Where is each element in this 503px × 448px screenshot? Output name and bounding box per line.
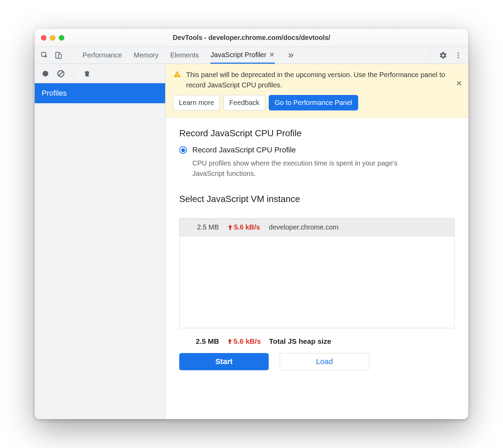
svg-line-8 [59, 72, 63, 76]
tab-bar: Performance Memory Elements JavaScript P… [35, 47, 468, 64]
tab-memory[interactable]: Memory [134, 47, 159, 64]
radio-icon [179, 146, 187, 154]
tab-elements[interactable]: Elements [170, 47, 199, 64]
sidebar: Profiles [35, 64, 165, 419]
separator [70, 51, 70, 60]
tab-label: JavaScript Profiler [211, 51, 266, 59]
up-arrow-icon [227, 339, 232, 344]
total-label: Total JS heap size [269, 337, 331, 345]
svg-point-6 [43, 71, 49, 76]
minimize-window-button[interactable] [50, 35, 55, 41]
heap-totals: 2.5 MB 5.6 kB/s Total JS heap size [196, 337, 454, 345]
main-panel: This panel will be deprecated in the upc… [165, 64, 468, 419]
up-arrow-icon [228, 225, 233, 230]
svg-rect-2 [58, 54, 61, 58]
action-buttons: Start Load [179, 353, 454, 370]
vm-instance-list: 2.5 MB 5.6 kB/s developer.chrome.com [179, 218, 454, 328]
more-tabs-icon[interactable] [287, 47, 294, 64]
window-title: DevTools - developer.chrome.com/docs/dev… [35, 34, 468, 42]
titlebar: DevTools - developer.chrome.com/docs/dev… [35, 29, 468, 47]
vm-host: developer.chrome.com [269, 223, 339, 231]
window-traffic-lights [41, 35, 64, 41]
close-tab-icon[interactable]: ✕ [269, 51, 275, 59]
record-icon[interactable] [42, 70, 49, 77]
banner-text: This panel will be deprecated in the upc… [186, 70, 461, 90]
no-entry-icon[interactable] [57, 70, 65, 78]
devtools-window: DevTools - developer.chrome.com/docs/dev… [35, 29, 468, 419]
go-to-performance-button[interactable]: Go to Performance Panel [269, 95, 358, 110]
close-banner-icon[interactable]: ✕ [456, 79, 462, 88]
profiler-content: Record JavaScript CPU Profile Record Jav… [165, 118, 468, 419]
learn-more-button[interactable]: Learn more [173, 95, 220, 110]
total-rate: 5.6 kB/s [227, 337, 261, 345]
deprecation-banner: This panel will be deprecated in the upc… [165, 64, 468, 118]
separator [430, 51, 430, 60]
svg-point-5 [458, 57, 459, 58]
kebab-menu-icon[interactable] [453, 50, 463, 61]
svg-rect-9 [177, 73, 178, 75]
vm-size: 2.5 MB [188, 223, 219, 231]
device-toggle-icon[interactable] [53, 50, 64, 61]
svg-point-3 [458, 52, 459, 54]
zoom-window-button[interactable] [59, 35, 64, 41]
total-size: 2.5 MB [196, 337, 219, 345]
panel-tabs: Performance Memory Elements JavaScript P… [83, 47, 424, 64]
radio-label: Record JavaScript CPU Profile [192, 146, 296, 154]
profile-type-radio[interactable]: Record JavaScript CPU Profile [179, 146, 454, 154]
start-button[interactable]: Start [179, 353, 269, 370]
tab-performance[interactable]: Performance [83, 47, 122, 64]
record-heading: Record JavaScript CPU Profile [179, 128, 454, 139]
svg-point-4 [458, 55, 459, 56]
sidebar-item-profiles[interactable]: Profiles [35, 83, 165, 103]
trash-icon[interactable] [83, 70, 91, 77]
vm-heading: Select JavaScript VM instance [179, 194, 454, 204]
profile-hint: CPU profiles show where the execution ti… [192, 158, 426, 179]
vm-instance-row[interactable]: 2.5 MB 5.6 kB/s developer.chrome.com [180, 218, 454, 236]
separator [74, 69, 74, 78]
inspect-element-icon[interactable] [40, 50, 50, 61]
load-button[interactable]: Load [280, 353, 369, 370]
warning-icon [173, 70, 181, 78]
tab-javascript-profiler[interactable]: JavaScript Profiler ✕ [211, 47, 275, 64]
feedback-button[interactable]: Feedback [223, 95, 265, 110]
gear-icon[interactable] [438, 50, 448, 61]
vm-rate: 5.6 kB/s [228, 223, 260, 231]
close-window-button[interactable] [41, 35, 46, 41]
sidebar-toolbar [35, 64, 165, 83]
svg-rect-10 [177, 76, 178, 77]
